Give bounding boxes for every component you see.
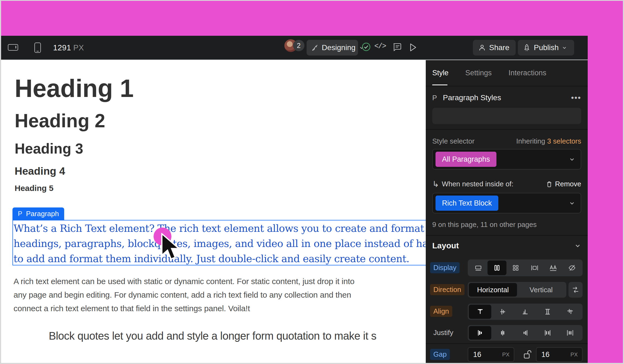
backdrop-top xyxy=(1,1,623,36)
style-preview-slot[interactable] xyxy=(432,108,581,124)
direction-vertical-option[interactable]: Vertical xyxy=(517,283,565,297)
blockquote-text[interactable]: Block quotes let you add and style a lon… xyxy=(49,330,376,342)
align-end-icon[interactable] xyxy=(514,305,536,319)
rich-text-line[interactable]: to add and format them individually. Jus… xyxy=(14,253,409,265)
justify-segmented-control xyxy=(468,325,583,341)
align-center-icon[interactable] xyxy=(491,305,514,319)
body-text-line[interactable]: A rich text element can be used with sta… xyxy=(14,277,355,286)
layout-section-header[interactable]: Layout xyxy=(432,241,581,250)
divider xyxy=(426,343,588,344)
gap-unlink-icon[interactable] xyxy=(523,349,532,360)
display-label[interactable]: Display xyxy=(430,262,460,273)
divider xyxy=(426,235,588,236)
styles-header-title: Paragraph Styles xyxy=(443,93,501,102)
heading-2[interactable]: Heading 2 xyxy=(15,110,105,132)
preview-icon[interactable] xyxy=(408,42,418,53)
style-selector-dropdown[interactable]: All Paragraphs xyxy=(432,149,581,170)
direction-horizontal-option[interactable]: Horizontal xyxy=(469,283,517,297)
nested-label: When nested inside of: xyxy=(442,180,514,188)
justify-center-icon[interactable] xyxy=(491,326,514,340)
align-stretch-icon[interactable] xyxy=(537,305,559,319)
style-panel: Style Settings Interactions P Paragraph … xyxy=(426,60,588,363)
nested-selected-chip[interactable]: Rich Text Block xyxy=(435,196,498,211)
share-button[interactable]: Share xyxy=(473,40,516,56)
display-inline-block-icon[interactable] xyxy=(525,261,544,275)
display-grid-icon[interactable] xyxy=(506,261,525,275)
trash-icon xyxy=(546,181,553,188)
tab-settings[interactable]: Settings xyxy=(465,69,492,77)
chevron-down-icon xyxy=(562,45,567,50)
inheriting-count-link[interactable]: 3 selectors xyxy=(547,137,581,145)
code-export-icon[interactable]: </> xyxy=(374,42,386,50)
selector-usage-count: 9 on this page, 11 on other pages xyxy=(432,220,537,229)
tab-style[interactable]: Style xyxy=(432,69,448,77)
active-tab-underline xyxy=(432,84,447,85)
layout-title: Layout xyxy=(432,241,459,250)
display-none-icon[interactable] xyxy=(563,261,581,275)
canvas-width-value: 1291 xyxy=(53,43,71,52)
mobile-breakpoint-icon[interactable] xyxy=(34,43,41,53)
chevron-down-icon xyxy=(574,242,581,249)
top-toolbar: 1291PX 2 Designing </> xyxy=(1,36,588,60)
justify-space-around-icon[interactable] xyxy=(559,326,581,340)
rich-text-line[interactable]: What’s a Rich Text element? The rich tex… xyxy=(14,223,424,234)
align-baseline-icon[interactable] xyxy=(559,305,581,319)
gap-label[interactable]: Gap xyxy=(430,349,450,360)
remove-button[interactable]: Remove xyxy=(546,180,581,188)
justify-end-icon[interactable] xyxy=(514,326,536,340)
heading-5[interactable]: Heading 5 xyxy=(15,184,53,193)
body-text-line[interactable]: connect a rich text element to that fiel… xyxy=(14,304,250,313)
nested-inside-dropdown[interactable]: Rich Text Block xyxy=(432,193,581,213)
desktop-breakpoint-icon[interactable] xyxy=(8,44,18,51)
design-canvas: Heading 1 Heading 2 Heading 3 Heading 4 … xyxy=(1,60,426,363)
tab-interactions[interactable]: Interactions xyxy=(509,69,547,77)
reverse-direction-button[interactable] xyxy=(568,282,583,298)
mode-label: Designing xyxy=(322,43,356,52)
display-flex-icon[interactable] xyxy=(487,261,506,275)
justify-label[interactable]: Justify xyxy=(430,327,457,338)
paragraph-styles-header: P Paragraph Styles ••• xyxy=(432,93,581,102)
nested-return-icon: ↳ xyxy=(432,181,439,188)
style-selector-label: Style selector xyxy=(432,137,474,145)
justify-space-between-icon[interactable] xyxy=(537,326,559,340)
person-icon xyxy=(478,44,486,51)
align-segmented-control xyxy=(468,304,583,320)
chevron-down-icon xyxy=(569,200,575,206)
backdrop-right xyxy=(588,36,623,363)
body-text-line[interactable]: any page and begin editing. For dynamic … xyxy=(14,290,351,300)
tag-label: Paragraph xyxy=(26,210,59,218)
comments-icon[interactable] xyxy=(392,42,402,52)
publish-button[interactable]: Publish xyxy=(518,40,574,56)
panel-tabs: Style Settings Interactions xyxy=(432,69,546,77)
style-selector-header: Style selector Inheriting 3 selectors xyxy=(432,137,581,145)
display-block-icon[interactable] xyxy=(469,261,487,275)
heading-3[interactable]: Heading 3 xyxy=(15,140,83,157)
align-start-icon[interactable] xyxy=(469,305,491,319)
heading-4[interactable]: Heading 4 xyxy=(15,165,65,177)
divider xyxy=(426,129,588,130)
mode-dropdown[interactable]: Designing xyxy=(307,40,358,56)
paragraph-tag-icon: P xyxy=(432,94,437,102)
paintbrush-icon xyxy=(311,44,318,51)
selected-element-tag[interactable]: P Paragraph xyxy=(12,207,64,220)
direction-label[interactable]: Direction xyxy=(430,284,464,295)
selected-style-chip[interactable]: All Paragraphs xyxy=(435,152,496,167)
rich-text-line[interactable]: headings, paragraphs, blockquotes, image… xyxy=(14,238,426,249)
remove-label: Remove xyxy=(555,180,581,188)
gap-row-input[interactable]: 16 PX xyxy=(468,347,514,362)
inheriting-label: Inheriting xyxy=(516,137,547,145)
collaborator-count-badge[interactable]: 2 xyxy=(293,40,304,51)
display-inline-icon[interactable] xyxy=(544,261,563,275)
more-options-icon[interactable]: ••• xyxy=(571,93,581,102)
justify-start-icon[interactable] xyxy=(469,326,491,340)
tag-letter: P xyxy=(18,210,22,217)
gap-column-input[interactable]: 16 PX xyxy=(536,347,583,362)
saved-check-icon xyxy=(361,42,371,52)
heading-1[interactable]: Heading 1 xyxy=(15,74,134,103)
nested-inside-header: ↳ When nested inside of: Remove xyxy=(432,180,581,188)
rocket-icon xyxy=(523,44,531,52)
mouse-cursor-icon xyxy=(160,233,181,263)
direction-segmented-control: Horizontal Vertical xyxy=(468,282,566,298)
align-label[interactable]: Align xyxy=(430,306,452,317)
canvas-width-readout[interactable]: 1291PX xyxy=(53,43,84,52)
